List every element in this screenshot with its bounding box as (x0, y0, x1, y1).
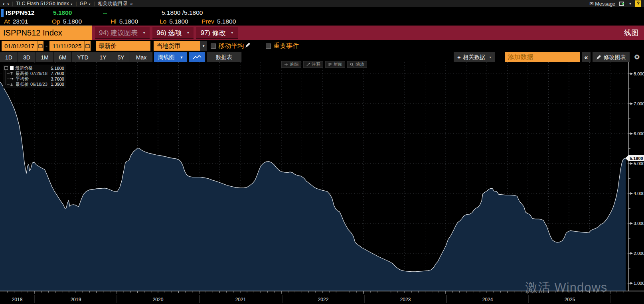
svg-text:3.0000: 3.0000 (634, 221, 644, 226)
svg-text:2019: 2019 (71, 297, 81, 302)
legend-row-high[interactable]: 最高价 07/29/18 7.7600 (4, 71, 64, 77)
gp-menu[interactable]: GP▼ (80, 1, 91, 6)
track-button[interactable]: 追踪 (281, 61, 301, 68)
date-from-input[interactable]: 01/01/2017 (2, 41, 37, 51)
date-range-dash: - (45, 42, 47, 49)
y-axis-labels: 1.00002.00003.00004.00005.00006.00007.00… (628, 71, 644, 286)
chevrons-icon: » (130, 1, 133, 6)
annotate-button[interactable]: 注释 (303, 61, 323, 68)
average-marker-icon (10, 77, 14, 81)
news-button[interactable]: 新闻 (325, 61, 345, 68)
svg-text:1.0000: 1.0000 (634, 281, 644, 286)
add-data-input[interactable]: 添加数据 (505, 52, 580, 62)
related-functions-menu[interactable]: 相关功能目录 » (98, 0, 133, 7)
related-data-button[interactable]: +相关数据▼ (454, 52, 495, 62)
legend-row-average[interactable]: 平均价 3.7600 (4, 76, 64, 82)
options-button[interactable]: 96) 选项▼ (152, 27, 194, 39)
crosshair-icon (284, 63, 288, 67)
settings-gear-icon[interactable]: ⚙ (632, 53, 642, 61)
prev-price: Prev5.1800 (201, 18, 236, 25)
collapse-tree-icon[interactable]: − (4, 66, 8, 70)
security-title-menu[interactable]: TLC Flash 512Gb Index▼ (16, 1, 73, 6)
ticker-input[interactable]: ISPPN512 Index (0, 26, 92, 40)
moving-average-checkbox[interactable] (211, 43, 216, 49)
data-table-button[interactable]: 数据表 (207, 52, 242, 62)
svg-text:2018: 2018 (12, 297, 23, 302)
back-icon[interactable]: ‹ (3, 1, 4, 7)
svg-text:2023: 2023 (400, 297, 411, 302)
chart-type-label: 线图 (624, 28, 644, 38)
help-button[interactable]: ? (635, 0, 641, 7)
tab-max[interactable]: Max (130, 52, 153, 62)
forward-icon[interactable]: › (7, 1, 9, 7)
open-price: Op5.1800 (52, 18, 82, 25)
chevron-down-icon: ▼ (187, 31, 190, 35)
legend-date: 07/29/18 (30, 71, 47, 76)
magnifier-icon (350, 63, 354, 67)
collapse-button[interactable]: « (582, 52, 590, 62)
annotate-icon (306, 63, 310, 67)
legend-tree-stub (7, 79, 10, 79)
currency-select[interactable]: 当地货币 (154, 41, 200, 51)
divider: | (76, 1, 77, 6)
tab-ytd[interactable]: YTD (72, 52, 94, 62)
svg-text:2021: 2021 (235, 297, 246, 302)
calendar-icon[interactable] (37, 41, 43, 51)
chart-legend[interactable]: − 最新价格 5.1800 最高价 07/29/18 7.7600 平均价 3.… (3, 65, 66, 88)
frequency-select[interactable]: 周线图▼ (154, 52, 188, 62)
chevron-down-icon[interactable]: ▼ (200, 41, 207, 51)
zoom-button[interactable]: 缩放 (347, 61, 367, 68)
moving-average-label: 移动平均 (218, 42, 244, 50)
date-to-input[interactable]: 11/11/2025 (49, 41, 84, 51)
tab-1m[interactable]: 1M (36, 52, 54, 62)
chevron-down-icon: ▼ (180, 55, 184, 59)
legend-date: 06/18/23 (30, 82, 47, 87)
line-chart-icon (193, 55, 201, 60)
chevron-down-icon: ▼ (231, 31, 234, 35)
svg-text:7.0000: 7.0000 (634, 101, 644, 106)
key-events-label: 重要事件 (273, 42, 299, 50)
tab-5y[interactable]: 5Y (112, 52, 130, 62)
price-change: -- (103, 9, 107, 16)
legend-tree-stub (7, 73, 10, 74)
x-axis-labels: 20182019202020212022202320242025 (12, 295, 611, 303)
edit-chart-button[interactable]: 修改图表 (593, 52, 630, 62)
envelope-icon: ✉ (589, 1, 594, 7)
quote-time: At23:01 (4, 18, 28, 25)
svg-text:4.0000: 4.0000 (634, 191, 644, 196)
chevron-down-icon: ▼ (70, 3, 73, 6)
tab-1y[interactable]: 1Y (94, 52, 112, 62)
svg-text:2024: 2024 (482, 297, 493, 302)
chevron-down-icon: ▼ (489, 56, 492, 59)
low-price: Lo5.1800 (160, 18, 188, 25)
svg-text:5.1800: 5.1800 (630, 156, 643, 161)
edit-button[interactable]: 97) 修改▼ (196, 27, 237, 39)
price-chart[interactable]: 1.00002.00003.00004.00005.00006.00007.00… (0, 62, 644, 304)
chart-controls-row: 01/01/2017 - 11/11/2025 最新价 当地货币 ▼ 移动平均 … (0, 40, 644, 52)
suggested-charts-button[interactable]: 94) 建议图表▼ (95, 27, 150, 39)
key-events-checkbox[interactable] (266, 43, 271, 49)
price-source-select[interactable]: 最新价 (96, 41, 150, 51)
legend-row-low[interactable]: 最低价 06/18/23 1.3900 (4, 82, 64, 87)
chevron-down-icon: ▼ (142, 31, 146, 35)
line-chart-icon-button[interactable] (189, 52, 205, 62)
plot-toolbar: 追踪 注释 新闻 缩放 (281, 61, 367, 68)
tab-6m[interactable]: 6M (54, 52, 72, 62)
calendar-icon[interactable] (84, 41, 91, 51)
function-command-bar: ISPPN512 Index 94) 建议图表▼ 96) 选项▼ 97) 修改▼… (0, 26, 644, 40)
tab-1d[interactable]: 1D (0, 52, 18, 62)
low-marker-icon (10, 82, 14, 87)
tab-3d[interactable]: 3D (18, 52, 36, 62)
svg-text:8.0000: 8.0000 (634, 71, 644, 76)
series-marker-icon (10, 66, 14, 70)
pencil-icon[interactable] (245, 42, 251, 49)
legend-value: 1.3900 (51, 82, 64, 87)
chevron-down-icon[interactable]: ▼ (629, 2, 632, 5)
window-panel-icon[interactable] (619, 2, 624, 6)
news-icon (328, 63, 332, 67)
pencil-icon (596, 55, 601, 60)
security-color-marker (1, 9, 4, 17)
legend-row-last[interactable]: − 最新价格 5.1800 (4, 65, 64, 71)
svg-text:2025: 2025 (565, 297, 575, 302)
message-button[interactable]: ✉ Message (589, 1, 615, 7)
